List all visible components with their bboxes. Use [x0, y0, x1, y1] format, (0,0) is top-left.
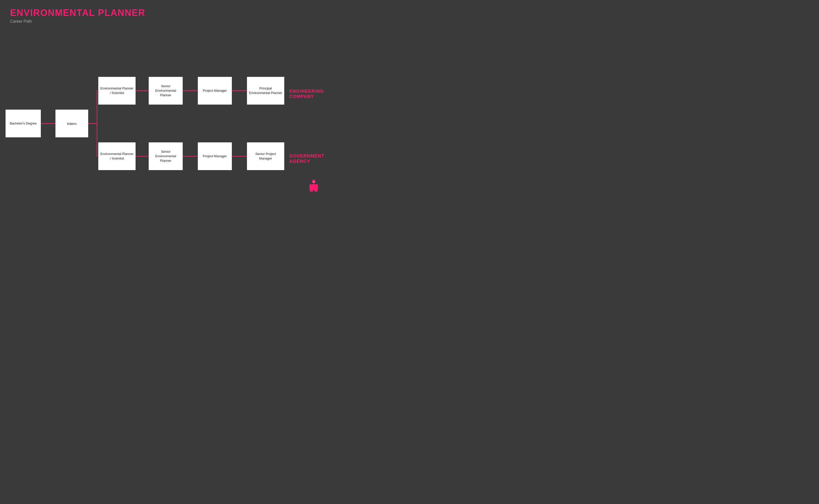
- government-track-label: GOVERNMENT AGENCY: [289, 148, 324, 164]
- engineering-track-label: ENGINEERING COMPANY: [289, 83, 324, 100]
- sub-title: Career Path: [10, 19, 145, 24]
- mascot-icon: G: [307, 179, 320, 195]
- intern-box: Intern: [55, 110, 88, 137]
- project-manager-bot-box: Project Manager: [198, 142, 232, 170]
- connector-lines: [0, 33, 328, 202]
- logo-mascot: G: [307, 179, 320, 197]
- principal-env-box: Principal Environmental Planner: [247, 77, 284, 105]
- senior-env-bot-box: Senior Environmental Planner: [149, 142, 183, 170]
- senior-env-top-box: Senior Environmental Planner: [149, 77, 183, 105]
- svg-rect-12: [312, 184, 316, 188]
- bachelors-box: Bachelor's Degree: [6, 110, 41, 137]
- env-planner-bot-box: Environmental Planner / Scientist: [98, 142, 136, 170]
- senior-project-mgr-box: Senior Project Manager: [247, 142, 284, 170]
- project-manager-top-box: Project Manager: [198, 77, 232, 105]
- main-title: ENVIRONMENTAL PLANNER: [10, 8, 145, 18]
- header: ENVIRONMENTAL PLANNER Career Path: [10, 8, 145, 24]
- career-diagram: Bachelor's Degree Intern Environmental P…: [0, 33, 328, 202]
- svg-text:G: G: [313, 181, 314, 183]
- env-planner-top-box: Environmental Planner / Scientist: [98, 77, 136, 105]
